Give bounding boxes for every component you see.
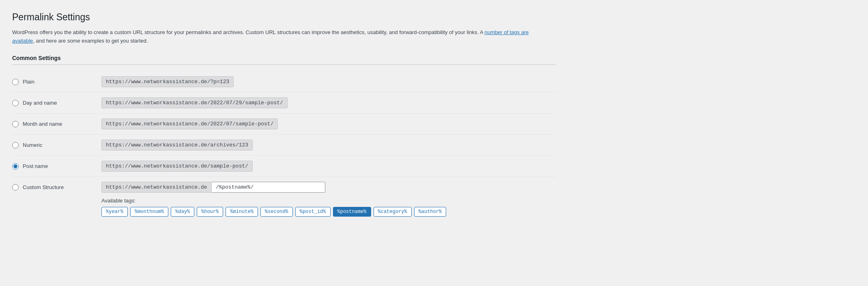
tag-button-author[interactable]: %author%	[414, 207, 447, 217]
post-name-option-row: Post name https://www.networkassistance.…	[12, 156, 556, 177]
custom-structure-input-row: Custom Structure https://www.networkassi…	[12, 182, 556, 193]
tag-button-hour[interactable]: %hour%	[197, 207, 223, 217]
numeric-label[interactable]: Numeric	[12, 142, 101, 148]
plain-label[interactable]: Plain	[12, 79, 101, 85]
permalink-options: Plain https://www.networkassistance.de/?…	[12, 71, 556, 221]
day-and-name-radio[interactable]	[12, 100, 19, 106]
plain-url: https://www.networkassistance.de/?p=123	[101, 76, 234, 87]
page-title: Permalink Settings	[12, 11, 556, 24]
tag-button-postname[interactable]: %postname%	[333, 207, 371, 217]
month-and-name-option-row: Month and name https://www.networkassist…	[12, 114, 556, 135]
custom-structure-row: Custom Structure https://www.networkassi…	[12, 177, 556, 221]
custom-structure-radio[interactable]	[12, 184, 19, 191]
custom-structure-inputs: https://www.networkassistance.de	[101, 182, 325, 193]
tags-container: %year%%monthnum%%day%%hour%%minute%%seco…	[101, 207, 446, 217]
plain-option-row: Plain https://www.networkassistance.de/?…	[12, 71, 556, 92]
post-name-url: https://www.networkassistance.de/sample-…	[101, 161, 253, 172]
common-settings-title: Common Settings	[12, 55, 556, 65]
available-tags-section: Available tags: %year%%monthnum%%day%%ho…	[101, 198, 446, 217]
post-name-label[interactable]: Post name	[12, 163, 101, 170]
custom-structure-field[interactable]	[212, 182, 325, 193]
tag-button-minute[interactable]: %minute%	[226, 207, 258, 217]
numeric-url: https://www.networkassistance.de/archive…	[101, 140, 253, 151]
available-tags-label: Available tags:	[101, 198, 446, 204]
day-and-name-option-row: Day and name https://www.networkassistan…	[12, 92, 556, 114]
month-and-name-radio[interactable]	[12, 121, 19, 127]
post-name-radio[interactable]	[12, 163, 19, 170]
numeric-option-row: Numeric https://www.networkassistance.de…	[12, 135, 556, 156]
custom-structure-label[interactable]: Custom Structure	[12, 184, 101, 191]
page-description: WordPress offers you the ability to crea…	[12, 28, 539, 45]
numeric-radio[interactable]	[12, 142, 19, 148]
custom-structure-base-url: https://www.networkassistance.de	[101, 182, 212, 193]
tag-button-monthnum[interactable]: %monthnum%	[130, 207, 168, 217]
day-and-name-url: https://www.networkassistance.de/2022/07…	[101, 97, 288, 108]
tag-button-day[interactable]: %day%	[171, 207, 194, 217]
tag-button-second[interactable]: %second%	[260, 207, 293, 217]
plain-radio[interactable]	[12, 79, 19, 85]
month-and-name-label[interactable]: Month and name	[12, 121, 101, 127]
tag-button-post_id[interactable]: %post_id%	[295, 207, 331, 217]
day-and-name-label[interactable]: Day and name	[12, 100, 101, 106]
tag-button-category[interactable]: %category%	[374, 207, 412, 217]
month-and-name-url: https://www.networkassistance.de/2022/07…	[101, 118, 278, 129]
tag-button-year[interactable]: %year%	[101, 207, 128, 217]
